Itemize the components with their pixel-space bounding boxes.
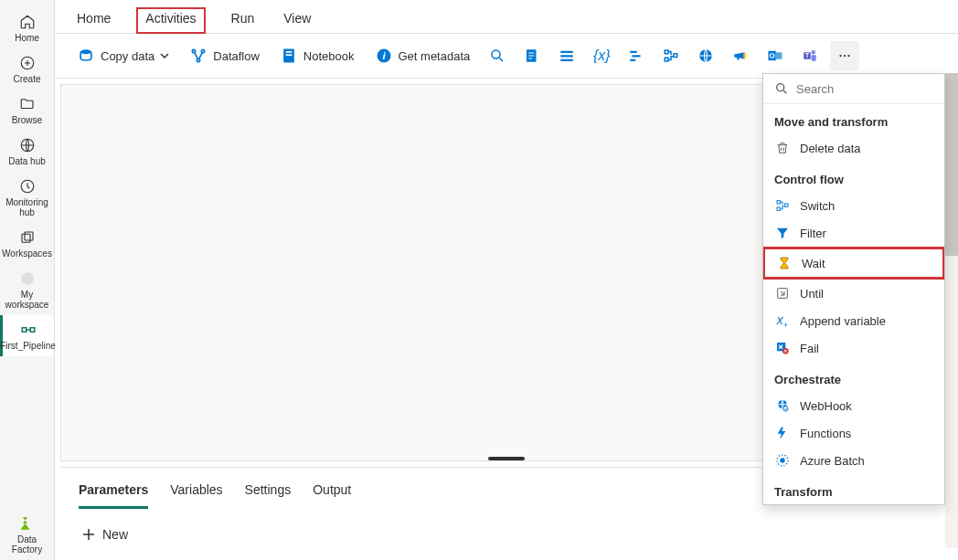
svg-point-36 bbox=[844, 55, 846, 57]
svg-rect-19 bbox=[561, 51, 574, 53]
activity-switch[interactable]: Switch bbox=[763, 192, 944, 219]
outlook-tool-button[interactable] bbox=[761, 41, 790, 70]
nav-data-hub[interactable]: Data hub bbox=[0, 131, 54, 172]
svg-rect-27 bbox=[674, 54, 677, 58]
web-tool-button[interactable] bbox=[691, 41, 720, 70]
nav-label: Create bbox=[13, 74, 40, 84]
scrollbar-thumb[interactable] bbox=[945, 73, 958, 256]
activity-delete-data[interactable]: Delete data bbox=[763, 134, 944, 162]
toolbar-label: Copy data bbox=[101, 49, 154, 63]
top-tabs: Home Activities Run View bbox=[55, 0, 958, 34]
svg-rect-3 bbox=[22, 234, 30, 242]
activity-fail[interactable]: Fail bbox=[763, 334, 944, 362]
svg-rect-6 bbox=[22, 328, 27, 333]
switch-tool-button[interactable] bbox=[656, 41, 686, 70]
nav-create[interactable]: Create bbox=[0, 48, 54, 90]
nav-my-workspace[interactable]: My workspace bbox=[0, 264, 54, 315]
activity-label: Filter bbox=[800, 227, 826, 240]
section-orchestrate: Orchestrate bbox=[763, 362, 944, 392]
copy-data-icon bbox=[77, 47, 95, 65]
more-tool-button[interactable] bbox=[830, 41, 859, 70]
teams-icon: T bbox=[802, 48, 818, 64]
dataflow-button[interactable]: Dataflow bbox=[182, 43, 267, 69]
notification-tool-button[interactable] bbox=[726, 41, 755, 70]
variable-icon: {x} bbox=[593, 48, 611, 64]
copy-data-button[interactable]: Copy data bbox=[69, 43, 176, 69]
activity-until[interactable]: Until bbox=[763, 280, 944, 307]
toolbar-label: Notebook bbox=[303, 49, 355, 63]
activity-append-variable[interactable]: x+ Append variable bbox=[763, 307, 944, 334]
svg-point-11 bbox=[197, 58, 200, 61]
until-icon bbox=[774, 285, 791, 301]
activity-wait[interactable]: Wait bbox=[762, 247, 945, 280]
svg-rect-20 bbox=[561, 55, 574, 57]
bottom-content: New bbox=[79, 509, 934, 560]
trash-icon bbox=[774, 140, 791, 156]
toolbar: Copy data Dataflow Notebook i Get metada… bbox=[55, 34, 958, 79]
webhook-icon bbox=[774, 397, 791, 414]
more-icon bbox=[836, 48, 853, 64]
tab-settings[interactable]: Settings bbox=[245, 479, 292, 509]
tab-run[interactable]: Run bbox=[228, 7, 259, 33]
activity-label: WebHook bbox=[800, 399, 852, 413]
teams-tool-button[interactable]: T bbox=[795, 41, 825, 70]
left-sidebar: Home Create Browse Data hub Monitoring h… bbox=[0, 0, 55, 560]
batch-icon bbox=[774, 452, 791, 469]
folder-icon bbox=[18, 95, 37, 113]
activity-webhook[interactable]: WebHook bbox=[763, 392, 944, 419]
monitor-icon bbox=[18, 177, 37, 195]
nav-label: First_Pipeline bbox=[0, 341, 56, 351]
svg-point-8 bbox=[80, 49, 91, 54]
activity-label: Delete data bbox=[800, 142, 861, 155]
list-tool-button[interactable] bbox=[552, 41, 581, 70]
search-input[interactable] bbox=[796, 82, 945, 96]
list-icon bbox=[559, 48, 575, 64]
section-transform: Transform bbox=[763, 474, 944, 504]
tab-variables[interactable]: Variables bbox=[170, 479, 222, 509]
activities-dropdown: Move and transform Delete data Control f… bbox=[762, 73, 945, 505]
svg-rect-21 bbox=[561, 59, 574, 61]
section-move-transform: Move and transform bbox=[763, 104, 944, 134]
activity-azure-batch[interactable]: Azure Batch bbox=[763, 447, 944, 474]
activity-label: Wait bbox=[802, 257, 825, 270]
tab-activities[interactable]: Activities bbox=[136, 7, 205, 34]
plus-circle-icon bbox=[18, 54, 37, 72]
pipeline-icon bbox=[19, 321, 37, 339]
nav-home[interactable]: Home bbox=[0, 7, 54, 48]
svg-point-5 bbox=[21, 272, 34, 285]
nav-label: Monitoring hub bbox=[4, 197, 50, 217]
search-box[interactable] bbox=[763, 74, 944, 104]
svg-point-47 bbox=[780, 458, 784, 462]
activity-filter[interactable]: Filter bbox=[763, 219, 944, 247]
activity-functions[interactable]: Functions bbox=[763, 419, 944, 447]
search-tool-button[interactable] bbox=[483, 41, 512, 70]
gantt-tool-button[interactable] bbox=[622, 41, 651, 70]
fail-icon bbox=[774, 340, 791, 356]
nav-label: My workspace bbox=[4, 290, 50, 310]
new-button[interactable]: New bbox=[79, 523, 934, 545]
tab-parameters[interactable]: Parameters bbox=[79, 479, 148, 509]
nav-monitoring-hub[interactable]: Monitoring hub bbox=[0, 172, 54, 223]
svg-point-34 bbox=[812, 50, 816, 55]
notebook-button[interactable]: Notebook bbox=[272, 43, 362, 69]
nav-workspaces[interactable]: Workspaces bbox=[0, 223, 54, 264]
tab-output[interactable]: Output bbox=[313, 479, 351, 509]
svg-point-10 bbox=[202, 49, 205, 52]
plus-icon bbox=[82, 528, 95, 541]
nav-browse[interactable]: Browse bbox=[0, 90, 54, 131]
canvas-splitter[interactable] bbox=[488, 457, 525, 460]
script-tool-button[interactable] bbox=[517, 41, 547, 70]
tab-home[interactable]: Home bbox=[73, 7, 114, 33]
svg-rect-23 bbox=[633, 55, 641, 57]
nav-data-factory[interactable]: Data Factory bbox=[0, 509, 54, 560]
get-metadata-button[interactable]: i Get metadata bbox=[367, 43, 478, 69]
factory-icon bbox=[18, 514, 37, 533]
variable-tool-button[interactable]: {x} bbox=[587, 41, 616, 70]
nav-label: Data Factory bbox=[4, 534, 50, 555]
nav-label: Browse bbox=[12, 115, 42, 125]
scrollbar[interactable] bbox=[945, 73, 958, 548]
toolbar-label: Dataflow bbox=[213, 49, 260, 63]
tab-view[interactable]: View bbox=[280, 7, 314, 33]
nav-label: Data hub bbox=[8, 156, 46, 166]
nav-first-pipeline[interactable]: First_Pipeline bbox=[0, 315, 54, 356]
